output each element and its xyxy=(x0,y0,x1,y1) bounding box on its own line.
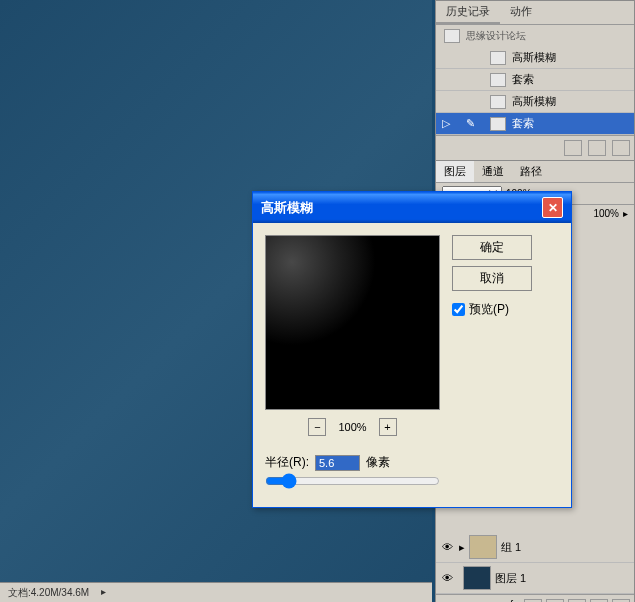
preview-checkbox-label[interactable]: 预览(P) xyxy=(452,301,532,318)
tab-channels[interactable]: 通道 xyxy=(474,161,512,182)
status-bar: 文档:4.20M/34.6M ▸ xyxy=(0,582,432,602)
layer-row[interactable]: 👁 ▸ 组 1 xyxy=(436,532,634,563)
tab-history[interactable]: 历史记录 xyxy=(436,1,500,24)
trash-icon[interactable] xyxy=(612,140,630,156)
history-label: 高斯模糊 xyxy=(512,50,556,65)
zoom-in-btn[interactable]: + xyxy=(379,418,397,436)
close-icon[interactable]: ✕ xyxy=(542,197,563,218)
lasso-icon xyxy=(490,73,506,87)
ok-button[interactable]: 确定 xyxy=(452,235,532,260)
history-panel: 历史记录 动作 思缘设计论坛 高斯模糊 套索 高斯模糊 ▷✎ 套索 xyxy=(435,0,635,161)
gaussian-blur-dialog: 高斯模糊 ✕ − 100% + 确定 取消 预览(P) 半径(R): 像素 xyxy=(252,191,572,508)
doc-icon xyxy=(444,29,460,43)
blur-icon xyxy=(490,95,506,109)
radius-unit: 像素 xyxy=(366,454,390,471)
eye-icon[interactable]: 👁 xyxy=(439,571,455,585)
brush-icon: ▷ xyxy=(442,117,460,131)
zoom-level: 100% xyxy=(338,421,366,433)
preview-box[interactable] xyxy=(265,235,440,410)
tab-actions[interactable]: 动作 xyxy=(500,1,542,24)
history-label: 套索 xyxy=(512,72,534,87)
group-icon xyxy=(469,535,497,559)
dialog-title: 高斯模糊 xyxy=(261,199,313,217)
history-label: 套索 xyxy=(512,116,534,131)
status-arrow[interactable]: ▸ xyxy=(101,586,106,599)
history-title: 思缘设计论坛 xyxy=(466,29,526,43)
layer-row[interactable]: 👁 图层 1 xyxy=(436,563,634,594)
status-doc: 文档:4.20M/34.6M xyxy=(8,586,89,599)
history-item[interactable]: ▷✎ 套索 xyxy=(436,113,634,135)
history-new-btn[interactable] xyxy=(564,140,582,156)
layer-label: 组 1 xyxy=(501,540,521,555)
radius-label: 半径(R): xyxy=(265,454,309,471)
history-item[interactable]: 高斯模糊 xyxy=(436,91,634,113)
zoom-out-btn[interactable]: − xyxy=(308,418,326,436)
lasso-icon xyxy=(490,117,506,131)
opacity-value: 100% xyxy=(593,208,619,219)
history-header: 思缘设计论坛 xyxy=(436,25,634,47)
history-item[interactable]: 套索 xyxy=(436,69,634,91)
preview-label: 预览(P) xyxy=(469,301,509,318)
tab-paths[interactable]: 路径 xyxy=(512,161,550,182)
blur-icon xyxy=(490,51,506,65)
history-label: 高斯模糊 xyxy=(512,94,556,109)
cancel-button[interactable]: 取消 xyxy=(452,266,532,291)
preview-checkbox[interactable] xyxy=(452,303,465,316)
layer-label: 图层 1 xyxy=(495,571,526,586)
radius-input[interactable] xyxy=(315,455,360,471)
history-item[interactable]: 高斯模糊 xyxy=(436,47,634,69)
eye-icon[interactable]: 👁 xyxy=(439,540,455,554)
history-state-btn[interactable] xyxy=(588,140,606,156)
radius-slider[interactable] xyxy=(265,473,440,489)
dialog-titlebar[interactable]: 高斯模糊 ✕ xyxy=(253,192,571,223)
tab-layers[interactable]: 图层 xyxy=(436,161,474,182)
layer-thumb xyxy=(463,566,491,590)
